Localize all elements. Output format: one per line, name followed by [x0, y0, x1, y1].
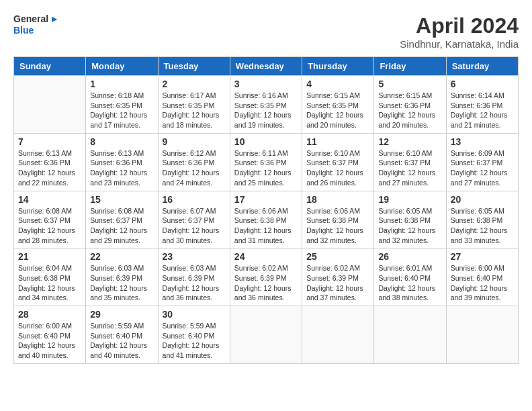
month-title: April 2024: [400, 13, 519, 38]
calendar-cell: 17Sunrise: 6:06 AM Sunset: 6:38 PM Dayli…: [230, 191, 302, 248]
calendar-cell: 29Sunrise: 5:59 AM Sunset: 6:40 PM Dayli…: [86, 306, 158, 364]
day-number: 9: [163, 136, 226, 147]
calendar-cell: 20Sunrise: 6:05 AM Sunset: 6:38 PM Dayli…: [446, 191, 518, 248]
day-number: 21: [18, 251, 81, 262]
day-number: 30: [163, 309, 226, 320]
day-info: Sunrise: 6:06 AM Sunset: 6:38 PM Dayligh…: [234, 206, 298, 246]
calendar-cell: [374, 306, 446, 364]
day-number: 6: [451, 79, 514, 89]
day-info: Sunrise: 6:08 AM Sunset: 6:37 PM Dayligh…: [18, 206, 81, 246]
calendar-week-1: 1Sunrise: 6:18 AM Sunset: 6:35 PM Daylig…: [14, 76, 519, 134]
weekday-header-friday: Friday: [374, 57, 446, 76]
day-info: Sunrise: 5:59 AM Sunset: 6:40 PM Dayligh…: [90, 321, 153, 361]
day-info: Sunrise: 6:15 AM Sunset: 6:35 PM Dayligh…: [306, 91, 369, 130]
calendar-cell: 18Sunrise: 6:06 AM Sunset: 6:38 PM Dayli…: [302, 191, 374, 248]
day-number: 26: [378, 251, 441, 262]
day-info: Sunrise: 6:14 AM Sunset: 6:36 PM Dayligh…: [451, 91, 514, 130]
calendar-cell: 6Sunrise: 6:14 AM Sunset: 6:36 PM Daylig…: [446, 76, 518, 134]
day-number: 28: [18, 309, 81, 320]
day-number: 7: [18, 136, 81, 147]
title-block: April 2024 Sindhnur, Karnataka, India: [400, 13, 519, 50]
day-number: 13: [451, 136, 514, 147]
calendar-cell: 22Sunrise: 6:03 AM Sunset: 6:39 PM Dayli…: [86, 248, 158, 306]
day-info: Sunrise: 6:01 AM Sunset: 6:40 PM Dayligh…: [378, 263, 441, 303]
calendar-cell: 4Sunrise: 6:15 AM Sunset: 6:35 PM Daylig…: [302, 76, 374, 134]
calendar-cell: 26Sunrise: 6:01 AM Sunset: 6:40 PM Dayli…: [374, 248, 446, 306]
calendar-cell: 3Sunrise: 6:16 AM Sunset: 6:35 PM Daylig…: [230, 76, 302, 134]
logo-text: General►Blue: [13, 13, 59, 36]
day-info: Sunrise: 6:04 AM Sunset: 6:38 PM Dayligh…: [18, 263, 81, 303]
day-number: 24: [234, 251, 298, 262]
calendar-cell: 30Sunrise: 5:59 AM Sunset: 6:40 PM Dayli…: [158, 306, 230, 364]
day-info: Sunrise: 6:08 AM Sunset: 6:37 PM Dayligh…: [90, 206, 153, 246]
day-number: 8: [90, 136, 153, 147]
day-info: Sunrise: 6:07 AM Sunset: 6:37 PM Dayligh…: [163, 206, 226, 246]
day-number: 22: [90, 251, 153, 262]
calendar-cell: 25Sunrise: 6:02 AM Sunset: 6:39 PM Dayli…: [302, 248, 374, 306]
calendar-cell: 16Sunrise: 6:07 AM Sunset: 6:37 PM Dayli…: [158, 191, 230, 248]
day-info: Sunrise: 6:05 AM Sunset: 6:38 PM Dayligh…: [451, 206, 514, 246]
logo: General►Blue: [13, 13, 59, 36]
day-info: Sunrise: 6:02 AM Sunset: 6:39 PM Dayligh…: [234, 263, 298, 303]
calendar-cell: 12Sunrise: 6:10 AM Sunset: 6:37 PM Dayli…: [374, 133, 446, 191]
location: Sindhnur, Karnataka, India: [400, 38, 519, 50]
day-number: 1: [90, 79, 153, 89]
day-number: 2: [163, 79, 226, 89]
calendar-cell: 13Sunrise: 6:09 AM Sunset: 6:37 PM Dayli…: [446, 133, 518, 191]
day-number: 23: [163, 251, 226, 262]
weekday-header-saturday: Saturday: [446, 57, 518, 76]
day-info: Sunrise: 6:05 AM Sunset: 6:38 PM Dayligh…: [378, 206, 441, 246]
calendar-week-5: 28Sunrise: 6:00 AM Sunset: 6:40 PM Dayli…: [14, 306, 519, 364]
day-number: 5: [378, 79, 441, 89]
day-number: 25: [306, 251, 369, 262]
day-info: Sunrise: 6:09 AM Sunset: 6:37 PM Dayligh…: [451, 148, 514, 188]
day-number: 10: [234, 136, 298, 147]
day-info: Sunrise: 6:11 AM Sunset: 6:36 PM Dayligh…: [234, 148, 298, 188]
day-info: Sunrise: 6:03 AM Sunset: 6:39 PM Dayligh…: [163, 263, 226, 303]
day-number: 18: [306, 194, 369, 205]
weekday-header-wednesday: Wednesday: [230, 57, 302, 76]
day-number: 12: [378, 136, 441, 147]
day-info: Sunrise: 6:13 AM Sunset: 6:36 PM Dayligh…: [90, 148, 153, 188]
day-number: 4: [306, 79, 369, 89]
calendar-cell: 8Sunrise: 6:13 AM Sunset: 6:36 PM Daylig…: [86, 133, 158, 191]
day-number: 20: [451, 194, 514, 205]
calendar-cell: 10Sunrise: 6:11 AM Sunset: 6:36 PM Dayli…: [230, 133, 302, 191]
calendar-cell: 9Sunrise: 6:12 AM Sunset: 6:36 PM Daylig…: [158, 133, 230, 191]
day-info: Sunrise: 6:16 AM Sunset: 6:35 PM Dayligh…: [234, 91, 298, 130]
calendar-cell: 24Sunrise: 6:02 AM Sunset: 6:39 PM Dayli…: [230, 248, 302, 306]
weekday-header-monday: Monday: [86, 57, 158, 76]
calendar-week-4: 21Sunrise: 6:04 AM Sunset: 6:38 PM Dayli…: [14, 248, 519, 306]
calendar-cell: 5Sunrise: 6:15 AM Sunset: 6:36 PM Daylig…: [374, 76, 446, 134]
day-info: Sunrise: 6:12 AM Sunset: 6:36 PM Dayligh…: [163, 148, 226, 188]
calendar-cell: 7Sunrise: 6:13 AM Sunset: 6:36 PM Daylig…: [14, 133, 86, 191]
day-number: 3: [234, 79, 298, 89]
day-info: Sunrise: 6:00 AM Sunset: 6:40 PM Dayligh…: [18, 321, 81, 361]
day-number: 16: [163, 194, 226, 205]
page-header: General►Blue April 2024 Sindhnur, Karnat…: [13, 13, 519, 50]
day-number: 29: [90, 309, 153, 320]
day-info: Sunrise: 6:10 AM Sunset: 6:37 PM Dayligh…: [306, 148, 369, 188]
calendar-cell: 19Sunrise: 6:05 AM Sunset: 6:38 PM Dayli…: [374, 191, 446, 248]
day-number: 17: [234, 194, 298, 205]
day-number: 14: [18, 194, 81, 205]
day-info: Sunrise: 6:13 AM Sunset: 6:36 PM Dayligh…: [18, 148, 81, 188]
calendar-cell: 14Sunrise: 6:08 AM Sunset: 6:37 PM Dayli…: [14, 191, 86, 248]
calendar-table: SundayMondayTuesdayWednesdayThursdayFrid…: [13, 56, 519, 364]
calendar-week-2: 7Sunrise: 6:13 AM Sunset: 6:36 PM Daylig…: [14, 133, 519, 191]
calendar-cell: [446, 306, 518, 364]
weekday-header-tuesday: Tuesday: [158, 57, 230, 76]
day-info: Sunrise: 6:06 AM Sunset: 6:38 PM Dayligh…: [306, 206, 369, 246]
calendar-cell: [230, 306, 302, 364]
day-info: Sunrise: 5:59 AM Sunset: 6:40 PM Dayligh…: [163, 321, 226, 361]
calendar-cell: 1Sunrise: 6:18 AM Sunset: 6:35 PM Daylig…: [86, 76, 158, 134]
day-number: 27: [451, 251, 514, 262]
calendar-cell: 11Sunrise: 6:10 AM Sunset: 6:37 PM Dayli…: [302, 133, 374, 191]
calendar-cell: 27Sunrise: 6:00 AM Sunset: 6:40 PM Dayli…: [446, 248, 518, 306]
calendar-week-3: 14Sunrise: 6:08 AM Sunset: 6:37 PM Dayli…: [14, 191, 519, 248]
calendar-cell: [302, 306, 374, 364]
day-info: Sunrise: 6:10 AM Sunset: 6:37 PM Dayligh…: [378, 148, 441, 188]
day-info: Sunrise: 6:18 AM Sunset: 6:35 PM Dayligh…: [90, 91, 153, 130]
calendar-cell: 28Sunrise: 6:00 AM Sunset: 6:40 PM Dayli…: [14, 306, 86, 364]
day-info: Sunrise: 6:03 AM Sunset: 6:39 PM Dayligh…: [90, 263, 153, 303]
